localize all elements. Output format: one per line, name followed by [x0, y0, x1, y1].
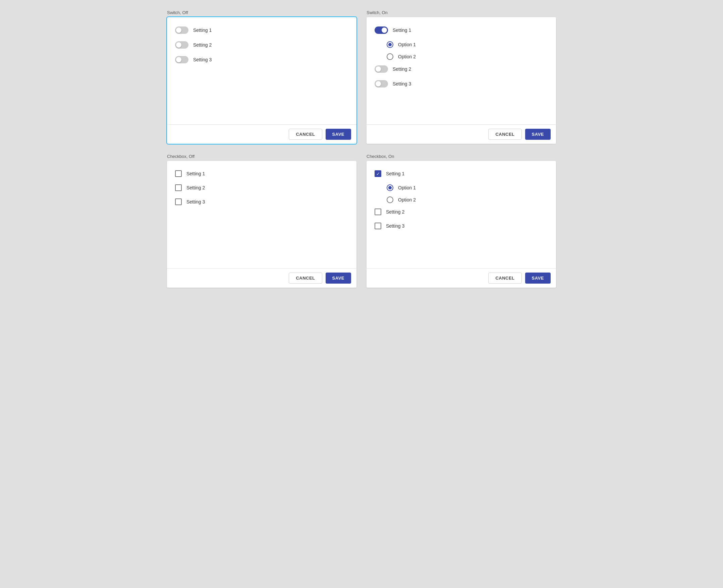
switch-off-save-button[interactable]: SAVE: [326, 129, 351, 140]
checkbox-off-setting3-label: Setting 3: [186, 199, 205, 205]
checkbox-off-label: Checkbox, Off: [167, 154, 356, 159]
switch-off-body: Setting 1 Setting 2: [167, 17, 356, 124]
switch-off-panel: Setting 1 Setting 2: [167, 17, 356, 144]
switch-on-toggle2[interactable]: [375, 65, 388, 73]
checkbox-on-radio1[interactable]: [387, 184, 393, 191]
switch-on-thumb2: [376, 66, 381, 72]
switch-on-toggle3[interactable]: [375, 80, 388, 87]
switch-on-track2: [375, 65, 388, 73]
checkbox-off-check1[interactable]: [175, 170, 182, 177]
switch-on-option1-label: Option 1: [398, 42, 416, 47]
switch-on-setting3-label: Setting 3: [393, 81, 411, 86]
switch-off-toggle2[interactable]: [175, 41, 188, 49]
checkbox-on-option2-row: Option 2: [375, 196, 548, 203]
switch-off-footer: CANCEL SAVE: [167, 124, 356, 144]
switch-off-label: Switch, Off: [167, 10, 356, 15]
switch-off-thumb2: [176, 42, 181, 48]
switch-off-setting1-row: Setting 1: [175, 26, 348, 34]
switch-off-group: Switch, Off Setting 1: [167, 10, 356, 144]
checkbox-on-setting2-row: Setting 2: [375, 209, 548, 215]
checkbox-off-setting1-label: Setting 1: [186, 171, 205, 176]
switch-off-setting3-row: Setting 3: [175, 56, 348, 63]
checkbox-on-setting1-label: Setting 1: [386, 171, 405, 176]
switch-on-group: Switch, On Setting 1 Option 1: [367, 10, 556, 144]
checkbox-on-label: Checkbox, On: [367, 154, 556, 159]
switch-off-track3: [175, 56, 188, 63]
switch-on-label: Switch, On: [367, 10, 556, 15]
checkbox-on-check3[interactable]: [375, 223, 381, 229]
switch-on-thumb1: [381, 27, 387, 33]
switch-on-save-button[interactable]: SAVE: [525, 129, 551, 140]
switch-on-track1: [375, 26, 388, 34]
switch-on-setting2-row: Setting 2: [375, 65, 548, 73]
checkbox-off-panel: Setting 1 Setting 2 Setting 3 CANCEL SAV…: [167, 161, 356, 288]
checkbox-off-setting2-label: Setting 2: [186, 185, 205, 190]
checkbox-on-save-button[interactable]: SAVE: [525, 273, 551, 284]
switch-on-setting1-label: Setting 1: [393, 27, 411, 33]
switch-off-setting3-label: Setting 3: [193, 57, 212, 62]
checkbox-off-body: Setting 1 Setting 2 Setting 3: [167, 161, 356, 268]
switch-on-cancel-button[interactable]: CANCEL: [488, 129, 521, 140]
checkbox-on-radio1-inner: [388, 186, 392, 189]
switch-off-setting2-row: Setting 2: [175, 41, 348, 49]
switch-on-footer: CANCEL SAVE: [367, 124, 556, 144]
switch-on-radio1-inner: [388, 43, 392, 46]
switch-on-panel: Setting 1 Option 1 Option 2: [367, 17, 556, 144]
switch-on-radio2[interactable]: [387, 53, 393, 60]
switch-on-track3: [375, 80, 388, 87]
checkbox-off-save-button[interactable]: SAVE: [326, 273, 351, 284]
switch-off-setting2-label: Setting 2: [193, 42, 212, 48]
switch-off-track1: [175, 26, 188, 34]
checkbox-off-check3[interactable]: [175, 198, 182, 205]
checkbox-off-group: Checkbox, Off Setting 1 Setting 2 Settin…: [167, 154, 356, 288]
checkbox-off-footer: CANCEL SAVE: [167, 268, 356, 288]
checkbox-on-option2-label: Option 2: [398, 197, 416, 203]
switch-on-setting2-label: Setting 2: [393, 66, 411, 72]
checkbox-on-setting3-row: Setting 3: [375, 223, 548, 229]
checkbox-on-radio2[interactable]: [387, 196, 393, 203]
switch-on-setting3-row: Setting 3: [375, 80, 548, 87]
checkbox-off-setting2-row: Setting 2: [175, 184, 348, 191]
switch-off-thumb1: [176, 27, 181, 33]
checkbox-on-panel: ✓ Setting 1 Option 1 Option 2: [367, 161, 556, 288]
checkbox-on-footer: CANCEL SAVE: [367, 268, 556, 288]
switch-on-thumb3: [376, 81, 381, 86]
checkbox-on-cancel-button[interactable]: CANCEL: [488, 273, 521, 284]
switch-off-track2: [175, 41, 188, 49]
checkbox-on-option1-row: Option 1: [375, 184, 548, 191]
checkbox-on-option1-label: Option 1: [398, 185, 416, 190]
checkbox-on-group: Checkbox, On ✓ Setting 1 Option 1: [367, 154, 556, 288]
switch-on-option1-row: Option 1: [375, 41, 548, 48]
switch-on-radio1[interactable]: [387, 41, 393, 48]
main-grid: Switch, Off Setting 1: [167, 10, 556, 288]
switch-on-setting1-row: Setting 1: [375, 26, 548, 34]
checkbox-on-check2[interactable]: [375, 209, 381, 215]
switch-on-option2-label: Option 2: [398, 54, 416, 59]
switch-off-toggle1[interactable]: [175, 26, 188, 34]
switch-off-toggle3[interactable]: [175, 56, 188, 63]
checkbox-on-setting3-label: Setting 3: [386, 223, 405, 229]
checkmark-icon: ✓: [376, 172, 380, 176]
checkbox-off-setting1-row: Setting 1: [175, 170, 348, 177]
checkbox-on-setting1-row: ✓ Setting 1: [375, 170, 548, 177]
switch-off-thumb3: [176, 57, 181, 62]
switch-off-cancel-button[interactable]: CANCEL: [289, 129, 322, 140]
checkbox-off-check2[interactable]: [175, 184, 182, 191]
switch-off-setting1-label: Setting 1: [193, 27, 212, 33]
switch-on-toggle1[interactable]: [375, 26, 388, 34]
switch-on-option2-row: Option 2: [375, 53, 548, 60]
switch-on-body: Setting 1 Option 1 Option 2: [367, 17, 556, 124]
checkbox-off-cancel-button[interactable]: CANCEL: [289, 273, 322, 284]
checkbox-off-setting3-row: Setting 3: [175, 198, 348, 205]
checkbox-on-setting2-label: Setting 2: [386, 209, 405, 214]
checkbox-on-check1[interactable]: ✓: [375, 170, 381, 177]
checkbox-on-body: ✓ Setting 1 Option 1 Option 2: [367, 161, 556, 268]
